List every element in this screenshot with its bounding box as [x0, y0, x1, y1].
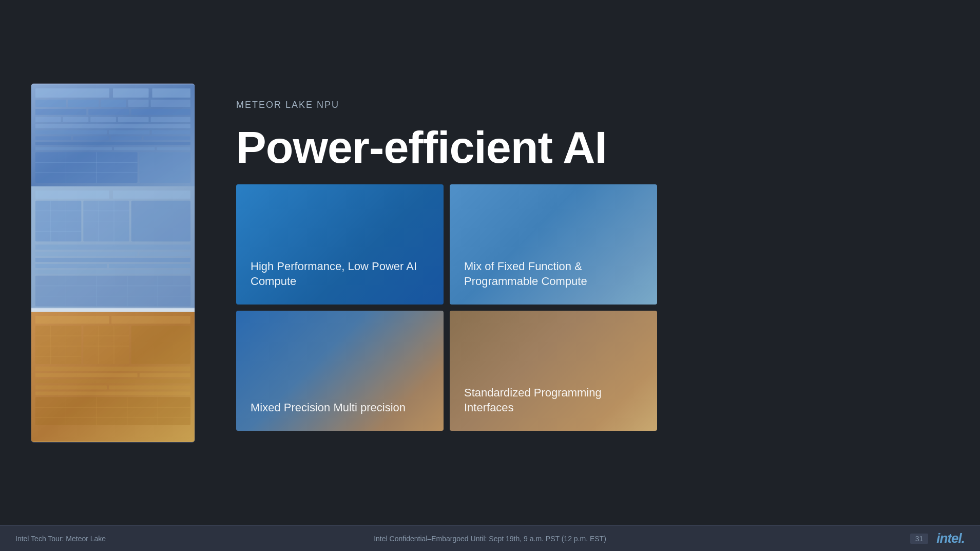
footer-center-text: Intel Confidential–Embargoed Until: Sept… — [374, 535, 606, 543]
svg-rect-28 — [157, 147, 190, 150]
svg-rect-16 — [151, 117, 191, 122]
right-content: METEOR LAKE NPU Power-efficient AI High … — [236, 94, 939, 431]
svg-rect-1 — [35, 88, 109, 98]
page-number: 31 — [910, 534, 929, 544]
card-mix-fixed-function: Mix of Fixed Function & Programmable Com… — [450, 184, 657, 305]
svg-rect-80 — [35, 366, 190, 371]
card-high-performance: High Performance, Low Power AI Compute — [236, 184, 444, 305]
svg-rect-10 — [88, 108, 129, 115]
svg-rect-68 — [35, 326, 81, 364]
svg-rect-7 — [128, 100, 149, 107]
svg-rect-30 — [140, 152, 190, 183]
svg-rect-69 — [83, 326, 129, 364]
chip-visual — [31, 84, 195, 442]
svg-rect-25 — [35, 142, 190, 145]
svg-rect-55 — [109, 263, 190, 268]
svg-rect-36 — [35, 190, 109, 198]
main-content: METEOR LAKE NPU Power-efficient AI High … — [0, 0, 980, 525]
svg-rect-18 — [35, 130, 107, 134]
svg-rect-3 — [152, 88, 191, 98]
svg-rect-85 — [109, 385, 190, 389]
svg-rect-22 — [73, 136, 109, 140]
svg-rect-9 — [35, 108, 86, 115]
feature-cards-grid: High Performance, Low Power AI Compute M… — [236, 184, 657, 431]
svg-rect-66 — [35, 316, 109, 324]
card-standardized-programming-text: Standardized Programming Interfaces — [464, 385, 643, 415]
intel-logo: intel. — [936, 530, 965, 546]
svg-rect-15 — [118, 117, 149, 122]
chip-container — [31, 83, 195, 443]
svg-rect-17 — [35, 124, 190, 128]
svg-rect-26 — [35, 147, 112, 150]
svg-rect-20 — [152, 130, 191, 134]
svg-rect-51 — [35, 252, 138, 256]
card-standardized-programming: Standardized Programming Interfaces — [450, 311, 657, 431]
footer-left-text: Intel Tech Tour: Meteor Lake — [15, 535, 106, 543]
svg-rect-70 — [131, 326, 190, 364]
svg-rect-84 — [35, 385, 107, 389]
card-high-performance-text: High Performance, Low Power AI Compute — [251, 259, 429, 289]
svg-rect-5 — [68, 100, 99, 107]
svg-rect-14 — [90, 117, 116, 122]
svg-rect-19 — [109, 130, 149, 134]
svg-rect-23 — [111, 136, 142, 140]
svg-rect-40 — [131, 200, 190, 241]
svg-rect-86 — [35, 391, 190, 395]
svg-rect-53 — [35, 258, 190, 262]
svg-rect-52 — [140, 252, 190, 256]
svg-rect-54 — [35, 263, 107, 268]
svg-rect-21 — [35, 136, 71, 140]
svg-rect-6 — [101, 100, 126, 107]
card-mixed-precision-text: Mixed Precision Multi precision — [251, 400, 406, 415]
svg-rect-83 — [35, 379, 190, 383]
footer: Intel Tech Tour: Meteor Lake Intel Confi… — [0, 525, 980, 551]
svg-rect-64 — [31, 308, 195, 312]
svg-rect-12 — [35, 117, 61, 122]
svg-rect-82 — [140, 373, 190, 377]
svg-rect-24 — [144, 136, 190, 140]
slide-title: Power-efficient AI — [236, 125, 939, 170]
svg-rect-2 — [113, 88, 149, 98]
svg-rect-81 — [35, 373, 138, 377]
svg-rect-50 — [35, 244, 190, 250]
svg-rect-37 — [113, 190, 190, 198]
svg-rect-27 — [114, 147, 155, 150]
slide-subtitle: METEOR LAKE NPU — [236, 100, 939, 110]
svg-rect-87 — [35, 397, 190, 425]
card-mixed-precision: Mixed Precision Multi precision — [236, 311, 444, 431]
svg-rect-56 — [35, 270, 190, 273]
svg-rect-67 — [111, 316, 190, 324]
svg-rect-57 — [35, 275, 190, 306]
svg-rect-29 — [35, 152, 138, 183]
footer-right: 31 intel. — [910, 530, 965, 546]
card-mix-fixed-function-text: Mix of Fixed Function & Programmable Com… — [464, 259, 643, 289]
svg-rect-13 — [63, 117, 89, 122]
svg-rect-8 — [151, 100, 191, 107]
svg-rect-4 — [35, 100, 66, 107]
svg-rect-11 — [131, 108, 190, 115]
